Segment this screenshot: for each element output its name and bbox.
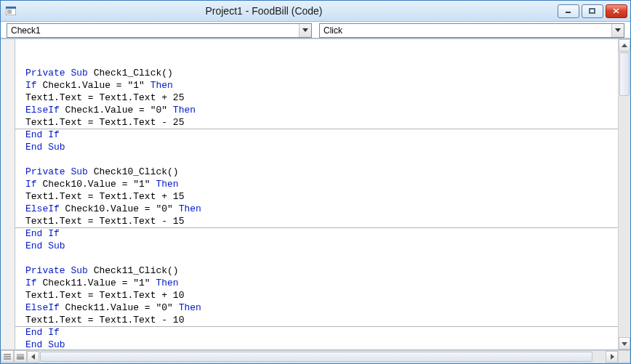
titlebar[interactable]: Project1 - FoodBill (Code): [1, 1, 630, 21]
window-title: Project1 - FoodBill (Code): [0, 5, 558, 17]
horizontal-scrollbar[interactable]: [27, 350, 618, 363]
full-module-view-button[interactable]: [14, 350, 27, 363]
scrollbar-thumb[interactable]: [619, 52, 630, 96]
close-button[interactable]: [606, 4, 627, 18]
object-dropdown-text: Check1: [7, 25, 299, 36]
code-client-area: Private Sub Check1_Click() If Check1.Val…: [1, 39, 630, 363]
svg-marker-9: [302, 28, 308, 32]
procedure-view-button[interactable]: [1, 350, 14, 363]
code-toolbar: Check1 Click: [1, 21, 630, 39]
svg-marker-10: [615, 28, 621, 32]
svg-marker-11: [622, 44, 627, 47]
scrollbar-thumb[interactable]: [40, 352, 592, 362]
scroll-right-button[interactable]: [606, 351, 618, 363]
code-editor[interactable]: Private Sub Check1_Click() If Check1.Val…: [15, 39, 618, 349]
svg-rect-6: [590, 9, 595, 13]
procedure-dropdown[interactable]: Click: [319, 23, 624, 38]
maximize-button[interactable]: [582, 4, 603, 18]
scrollbar-corner: [618, 350, 630, 363]
procedure-dropdown-text: Click: [320, 25, 611, 36]
svg-marker-12: [622, 342, 627, 346]
bottom-bar: [1, 350, 630, 363]
window-buttons: [558, 4, 627, 18]
vertical-scrollbar[interactable]: [618, 39, 630, 349]
dropdown-arrow-icon[interactable]: [611, 24, 624, 37]
svg-marker-21: [611, 354, 614, 360]
dropdown-arrow-icon[interactable]: [299, 24, 311, 37]
minimize-button[interactable]: [558, 4, 579, 18]
scroll-left-button[interactable]: [27, 351, 39, 363]
code-window: Project1 - FoodBill (Code) Check1: [0, 0, 631, 364]
svg-marker-20: [31, 354, 35, 360]
indicator-margin: [1, 39, 15, 349]
scroll-down-button[interactable]: [619, 337, 630, 349]
scroll-up-button[interactable]: [619, 39, 630, 52]
object-dropdown[interactable]: Check1: [7, 23, 312, 38]
